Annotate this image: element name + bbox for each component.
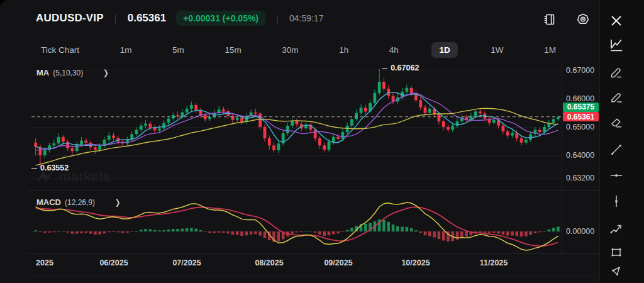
marker-pencil-icon[interactable] xyxy=(609,90,624,105)
candles-layer xyxy=(34,69,560,168)
macd-layer xyxy=(34,203,559,250)
annotation-dash xyxy=(31,168,37,169)
close-icon[interactable] xyxy=(609,13,624,28)
low-annotation: 0.63552 xyxy=(31,164,69,172)
macd-name: MACD xyxy=(36,197,61,207)
chevron-right-icon[interactable]: ❯ xyxy=(103,69,108,77)
vertical-line-icon[interactable] xyxy=(609,194,624,209)
price-tick: 0.67000 xyxy=(566,66,594,75)
price-tick: 0.65000 xyxy=(566,123,594,131)
macd-line xyxy=(36,203,558,250)
ma-lines-layer xyxy=(36,92,558,165)
macd-zero-label: 0.00000 xyxy=(566,227,594,236)
price-tick: 0.66000 xyxy=(566,94,594,103)
price-tick: 0.64000 xyxy=(566,151,594,160)
grid-layer xyxy=(28,63,598,276)
horizontal-line-icon[interactable] xyxy=(609,168,624,183)
macd-signal-line xyxy=(36,207,558,246)
wave-arrow-icon[interactable] xyxy=(609,222,624,237)
polygon-icon[interactable] xyxy=(609,264,624,279)
price-tick: 0.63200 xyxy=(566,174,594,182)
bid-price-badge: 0.65361 xyxy=(563,112,599,121)
candlestick-chart[interactable] xyxy=(0,0,599,283)
time-tick: 07/2025 xyxy=(172,258,201,267)
time-tick: 2025 xyxy=(36,258,53,267)
chevron-right-icon[interactable]: ❯ xyxy=(115,198,120,207)
chart-panel: AUDUSD-VIP | 0.65361 +0.00031 (+0.05%) |… xyxy=(0,0,599,283)
app-window: AUDUSD-VIP | 0.65361 +0.00031 (+0.05%) |… xyxy=(0,0,644,283)
ma-params: (5,10,30) xyxy=(53,69,83,77)
time-tick: 06/2025 xyxy=(99,258,128,267)
time-tick: 10/2025 xyxy=(401,258,430,267)
time-tick: 11/2025 xyxy=(480,258,508,267)
eraser-icon[interactable] xyxy=(609,115,624,130)
high-annotation: 0.67062 xyxy=(382,64,419,72)
time-tick: 08/2025 xyxy=(255,258,283,267)
drawing-toolbar xyxy=(599,0,644,283)
annotation-dash xyxy=(382,68,387,69)
ask-price-badge: 0.65375 xyxy=(563,103,599,112)
line-chart-icon[interactable] xyxy=(609,38,624,53)
pencil-icon[interactable] xyxy=(609,65,624,80)
macd-params: (12,26,9) xyxy=(65,198,95,207)
time-tick: 09/2025 xyxy=(324,258,352,267)
macd-indicator-label[interactable]: MACD (12,26,9) ❯ xyxy=(36,197,120,207)
trend-line-icon[interactable] xyxy=(609,142,624,157)
ma-name: MA xyxy=(36,68,49,77)
ma-indicator-label[interactable]: MA (5,10,30) ❯ xyxy=(36,68,109,77)
rectangle-icon[interactable] xyxy=(609,245,624,260)
